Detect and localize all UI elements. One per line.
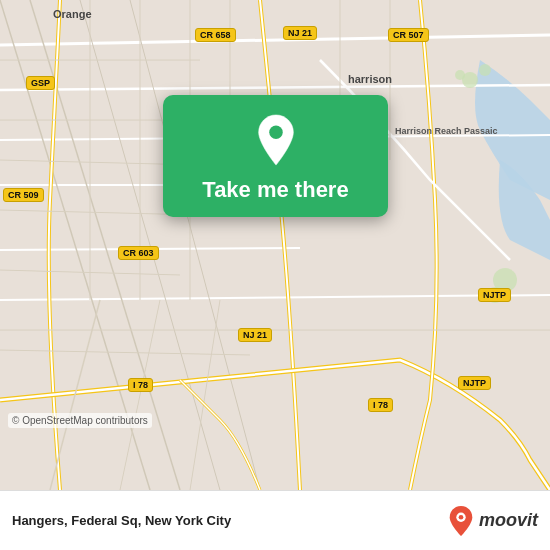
- road-badge-cr507: CR 507: [388, 28, 429, 42]
- road-badge-cr658: CR 658: [195, 28, 236, 42]
- copyright-text: © OpenStreetMap contributors: [8, 413, 152, 428]
- map-container: CR 658 CR 507 GSP CR 50 NJ 21 CR 509 CR …: [0, 0, 550, 490]
- road-badge-nj21-mid: NJ 21: [238, 328, 272, 342]
- location-text-group: Hangers, Federal Sq, New York City: [12, 513, 231, 528]
- svg-point-29: [455, 70, 465, 80]
- location-pin-icon: [252, 113, 300, 167]
- road-badge-i78-right: I 78: [368, 398, 393, 412]
- road-badge-gsp: GSP: [26, 76, 55, 90]
- take-me-there-button[interactable]: Take me there: [202, 177, 348, 203]
- svg-point-34: [459, 514, 464, 519]
- place-label-harrison: harrison: [348, 73, 392, 85]
- moovit-brand-text: moovit: [479, 510, 538, 531]
- moovit-pin-icon: [447, 505, 475, 537]
- moovit-logo: moovit: [447, 505, 538, 537]
- popup-card[interactable]: Take me there: [163, 95, 388, 217]
- road-badge-njtp-bottom: NJTP: [458, 376, 491, 390]
- place-label-orange: Orange: [53, 8, 92, 20]
- svg-point-32: [269, 126, 283, 140]
- place-label-harrison-reach: Harrison Reach Passaic: [395, 126, 498, 136]
- location-name: Hangers, Federal Sq, New York City: [12, 513, 231, 528]
- road-badge-i78-left: I 78: [128, 378, 153, 392]
- svg-point-28: [479, 64, 491, 76]
- road-badge-nj21-top: NJ 21: [283, 26, 317, 40]
- bottom-bar: Hangers, Federal Sq, New York City moovi…: [0, 490, 550, 550]
- road-badge-njtp-right: NJTP: [478, 288, 511, 302]
- road-badge-cr603: CR 603: [118, 246, 159, 260]
- road-badge-cr509: CR 509: [3, 188, 44, 202]
